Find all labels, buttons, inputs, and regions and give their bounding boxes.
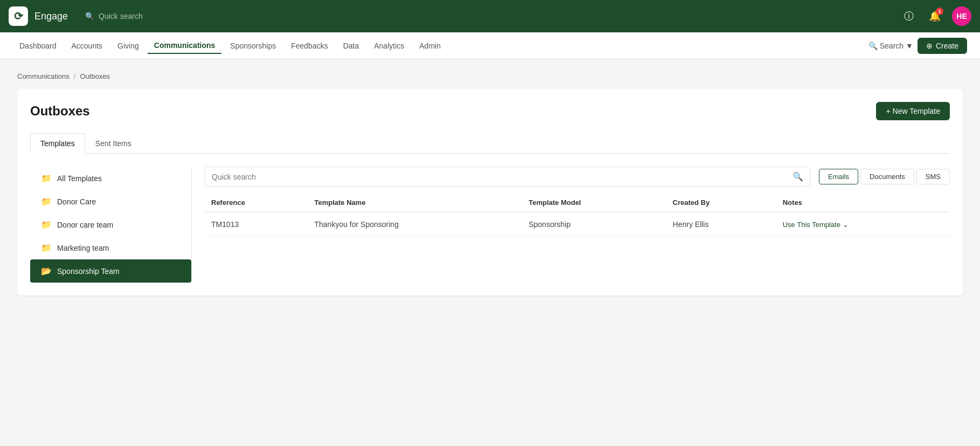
- avatar[interactable]: HE: [952, 6, 971, 26]
- nav-item-giving[interactable]: Giving: [111, 38, 145, 53]
- col-header-reference: Reference: [205, 193, 308, 212]
- folder-icon: 📁: [41, 243, 52, 253]
- nav-item-sponsorships[interactable]: Sponsorships: [224, 38, 282, 53]
- page-header: Outboxes + New Template: [30, 102, 950, 120]
- sidebar-item-all-templates[interactable]: 📁All Templates: [30, 167, 191, 190]
- content-area: 📁All Templates📁Donor Care📁Donor care tea…: [30, 167, 950, 283]
- breadcrumb-parent[interactable]: Communications: [17, 72, 69, 80]
- sidebar-item-donor-care[interactable]: 📁Donor Care: [30, 190, 191, 213]
- page-title: Outboxes: [30, 104, 90, 119]
- notifications-button[interactable]: 🔔 1: [926, 8, 943, 25]
- app-name: Engage: [34, 11, 68, 22]
- nav-item-feedbacks[interactable]: Feedbacks: [284, 38, 334, 53]
- folder-open-icon: 📂: [41, 266, 52, 276]
- search-icon: 🔍: [793, 171, 803, 182]
- col-header-notes: Notes: [776, 193, 950, 212]
- nav-item-admin[interactable]: Admin: [413, 38, 447, 53]
- nav-item-accounts[interactable]: Accounts: [65, 38, 109, 53]
- page-card: Outboxes + New Template TemplatesSent It…: [17, 89, 963, 296]
- search-icon: 🔍: [868, 42, 878, 50]
- secondary-nav: DashboardAccountsGivingCommunicationsSpo…: [0, 32, 980, 59]
- filter-tabs: EmailsDocumentsSMS: [819, 169, 950, 184]
- sidebar-item-label: All Templates: [57, 174, 102, 183]
- nav-item-analytics[interactable]: Analytics: [367, 38, 411, 53]
- chevron-down-icon: ▼: [906, 42, 913, 50]
- help-icon: ⓘ: [904, 10, 914, 23]
- create-label: Create: [936, 42, 958, 50]
- filter-tab-documents[interactable]: Documents: [860, 169, 914, 184]
- use-template-button[interactable]: Use This Template ⌄: [783, 221, 849, 229]
- nav-item-dashboard[interactable]: Dashboard: [13, 38, 63, 53]
- breadcrumb-current: Outboxes: [80, 72, 110, 80]
- cell-created-by: Henry Ellis: [666, 212, 776, 237]
- main-content: Communications / Outboxes Outboxes + New…: [0, 59, 980, 446]
- sidebar-item-label: Donor care team: [57, 221, 113, 229]
- sidebar-item-sponsorship-team[interactable]: 📂Sponsorship Team: [30, 259, 191, 283]
- table-header: ReferenceTemplate NameTemplate ModelCrea…: [205, 193, 950, 212]
- logo-icon: ⟳: [14, 10, 23, 23]
- logo-box[interactable]: ⟳: [9, 6, 28, 26]
- sidebar-item-label: Marketing team: [57, 244, 109, 252]
- search-input[interactable]: [212, 173, 793, 181]
- breadcrumb: Communications / Outboxes: [17, 72, 963, 80]
- search-label: Search: [880, 42, 903, 50]
- col-header-template-model: Template Model: [522, 193, 666, 212]
- templates-panel: 🔍 EmailsDocumentsSMS ReferenceTemplate N…: [192, 167, 950, 283]
- top-bar-left: ⟳ Engage 🔍 Quick search: [9, 6, 143, 26]
- nav-item-communications[interactable]: Communications: [148, 38, 222, 54]
- sidebar-item-marketing-team[interactable]: 📁Marketing team: [30, 236, 191, 259]
- sidebar-item-label: Sponsorship Team: [57, 267, 120, 276]
- filter-tab-sms[interactable]: SMS: [916, 169, 950, 184]
- breadcrumb-separator: /: [74, 72, 76, 80]
- sidebar: 📁All Templates📁Donor Care📁Donor care tea…: [30, 167, 192, 283]
- cell-reference: TM1013: [205, 212, 308, 237]
- quick-search-label: Quick search: [99, 12, 143, 20]
- notification-badge: 1: [936, 8, 943, 15]
- cell-template-model: Sponsorship: [522, 212, 666, 237]
- folder-icon: 📁: [41, 173, 52, 183]
- create-button[interactable]: ⊕ Create: [918, 38, 967, 54]
- sec-nav-left: DashboardAccountsGivingCommunicationsSpo…: [13, 38, 447, 54]
- col-header-template-name: Template Name: [308, 193, 522, 212]
- sec-nav-right: 🔍 Search ▼ ⊕ Create: [868, 38, 967, 54]
- tab-templates[interactable]: Templates: [30, 133, 85, 154]
- new-template-button[interactable]: + New Template: [876, 102, 950, 120]
- table-body: TM1013Thankyou for SponsoringSponsorship…: [205, 212, 950, 237]
- chevron-down-icon: ⌄: [843, 221, 849, 229]
- tabs: TemplatesSent Items: [30, 133, 950, 154]
- cell-template-name: Thankyou for Sponsoring: [308, 212, 522, 237]
- top-bar-right: ⓘ 🔔 1 HE: [900, 6, 971, 26]
- quick-search-wrap[interactable]: 🔍 Quick search: [85, 12, 143, 20]
- cell-action: Use This Template ⌄: [776, 212, 950, 237]
- templates-table: ReferenceTemplate NameTemplate ModelCrea…: [205, 193, 950, 237]
- help-button[interactable]: ⓘ: [900, 8, 918, 25]
- col-header-created-by: Created By: [666, 193, 776, 212]
- tab-sent-items[interactable]: Sent Items: [85, 133, 142, 154]
- sidebar-item-label: Donor Care: [57, 197, 96, 206]
- plus-icon: ⊕: [926, 42, 933, 50]
- sidebar-item-donor-care-team[interactable]: 📁Donor care team: [30, 213, 191, 236]
- search-button[interactable]: 🔍 Search ▼: [868, 42, 913, 50]
- folder-icon: 📁: [41, 219, 52, 230]
- filter-tab-emails[interactable]: Emails: [819, 169, 858, 184]
- nav-item-data[interactable]: Data: [337, 38, 366, 53]
- folder-icon: 📁: [41, 196, 52, 207]
- search-icon: 🔍: [85, 12, 94, 20]
- top-bar: ⟳ Engage 🔍 Quick search ⓘ 🔔 1 HE: [0, 0, 980, 32]
- table-row: TM1013Thankyou for SponsoringSponsorship…: [205, 212, 950, 237]
